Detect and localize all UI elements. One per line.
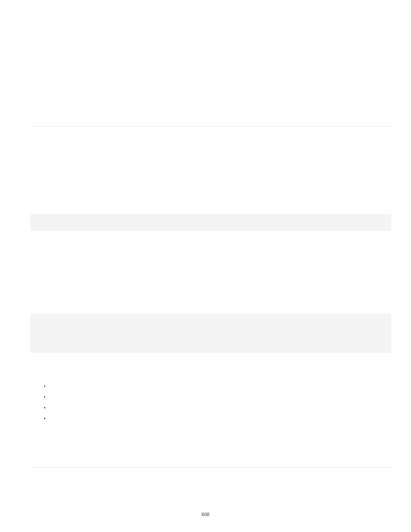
bullet-list — [44, 381, 47, 424]
list-item — [44, 392, 47, 402]
shaded-block-1 — [30, 214, 391, 231]
shaded-block-2 — [30, 314, 391, 353]
list-item — [44, 381, 47, 392]
list-item — [44, 413, 47, 424]
list-item — [44, 402, 47, 413]
document-page — [30, 0, 391, 532]
divider-bottom — [30, 467, 391, 468]
divider-top — [30, 126, 391, 127]
page-number: 608 — [0, 512, 411, 517]
